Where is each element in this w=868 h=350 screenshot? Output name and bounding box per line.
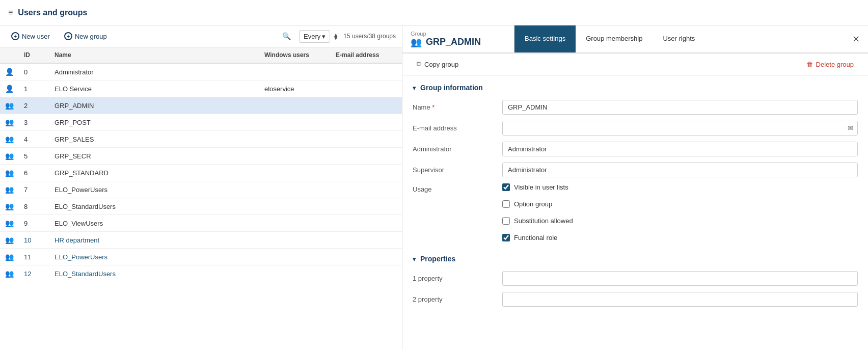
row-name: GRP_POST: [49, 114, 259, 131]
action-bar: ⧉ Copy group 🗑 Delete group: [402, 53, 868, 75]
row-email: [331, 80, 402, 97]
row-email: [331, 131, 402, 148]
close-button[interactable]: ✕: [844, 25, 868, 52]
row-windows-users: [259, 198, 331, 215]
table-row[interactable]: 👥 4 GRP_SALES: [0, 131, 402, 148]
row-type-icon: 👥: [0, 265, 19, 282]
group-label-area: Group 👥 GRP_ADMIN: [402, 25, 514, 52]
row-email: [331, 215, 402, 232]
filter-icon[interactable]: ⧫: [334, 33, 337, 40]
users-groups-table: ID Name Windows users E-mail address 👤 0…: [0, 47, 402, 282]
row-name: GRP_SALES: [49, 131, 259, 148]
plus-icon: +: [64, 32, 72, 40]
col-windows-users: Windows users: [259, 47, 331, 63]
table-row[interactable]: 👤 0 Administrator: [0, 63, 402, 80]
properties-section-header[interactable]: ▾ Properties: [413, 255, 858, 263]
right-panel: Group 👥 GRP_ADMIN Basic settings Group m…: [402, 25, 868, 350]
row-id: 7: [19, 181, 49, 198]
row-email: [331, 114, 402, 131]
table-row[interactable]: 👥 3 GRP_POST: [0, 114, 402, 131]
substitution-allowed-row: Substitution allowed: [502, 217, 858, 225]
row-id: 1: [19, 80, 49, 97]
table-row[interactable]: 👥 9 ELO_ViewUsers: [0, 215, 402, 232]
properties-section: ▾ Properties 1 property 2 property: [413, 255, 858, 307]
search-button[interactable]: 🔍: [278, 30, 295, 43]
row-type-icon: 👥: [0, 97, 19, 114]
chevron-down-icon: ▾: [322, 33, 326, 40]
hamburger-icon[interactable]: ≡: [8, 8, 13, 17]
row-id: 4: [19, 131, 49, 148]
row-type-icon: 👥: [0, 198, 19, 215]
table-row[interactable]: 👥 11 ELO_PowerUsers: [0, 249, 402, 265]
functional-role-checkbox[interactable]: [502, 234, 510, 241]
option-group-label: Option group: [514, 200, 552, 208]
property2-input[interactable]: [502, 292, 858, 307]
tab-user-rights[interactable]: User rights: [653, 25, 705, 52]
row-name: ELO_StandardUsers: [49, 198, 259, 215]
administrator-input[interactable]: [502, 142, 858, 156]
administrator-row: Administrator: [413, 142, 858, 156]
new-user-button[interactable]: + New user: [6, 30, 55, 43]
table-row[interactable]: 👥 12 ELO_StandardUsers: [0, 265, 402, 282]
row-id: 9: [19, 215, 49, 232]
supervisor-label: Supervisor: [413, 166, 494, 174]
new-group-button[interactable]: + New group: [59, 30, 112, 43]
table-row[interactable]: 👤 1 ELO Service eloservice: [0, 80, 402, 97]
row-type-icon: 👥: [0, 215, 19, 232]
delete-icon: 🗑: [806, 61, 813, 68]
table-row[interactable]: 👥 10 HR department: [0, 232, 402, 249]
group-information-section-header[interactable]: ▾ Group information: [413, 84, 858, 92]
row-type-icon: 👤: [0, 63, 19, 80]
left-panel: + New user + New group 🔍 Every ▾ ⧫ 15 us…: [0, 25, 402, 350]
row-name: ELO_StandardUsers: [49, 265, 259, 282]
option-group-checkbox[interactable]: [502, 200, 510, 208]
count-badge: 15 users/38 groups: [343, 33, 396, 40]
row-windows-users: [259, 97, 331, 114]
group-name-header: 👥 GRP_ADMIN: [411, 37, 506, 48]
table-row[interactable]: 👥 5 GRP_SECR: [0, 148, 402, 165]
usage-row: Usage Visible in user lists Option group…: [413, 183, 858, 247]
filter-dropdown[interactable]: Every ▾: [299, 30, 330, 43]
col-email: E-mail address: [331, 47, 402, 63]
row-windows-users: [259, 215, 331, 232]
row-id: 6: [19, 165, 49, 181]
chevron-down-icon: ▾: [413, 84, 416, 92]
row-name: ELO Service: [49, 80, 259, 97]
table-row[interactable]: 👥 2 GRP_ADMIN: [0, 97, 402, 114]
table-row[interactable]: 👥 7 ELO_PowerUsers: [0, 181, 402, 198]
row-windows-users: [259, 63, 331, 80]
supervisor-input[interactable]: [502, 163, 858, 177]
property2-label: 2 property: [413, 295, 494, 303]
name-label: Name *: [413, 103, 494, 111]
tab-group-membership[interactable]: Group membership: [576, 25, 653, 52]
property1-label: 1 property: [413, 275, 494, 282]
row-id: 10: [19, 232, 49, 249]
row-type-icon: 👥: [0, 131, 19, 148]
col-icon: [0, 47, 19, 63]
property1-input[interactable]: [502, 271, 858, 286]
email-input[interactable]: [503, 121, 844, 135]
row-email: [331, 232, 402, 249]
row-email: [331, 97, 402, 114]
delete-group-button[interactable]: 🗑 Delete group: [800, 58, 860, 71]
group-information-title: Group information: [420, 84, 483, 92]
administrator-label: Administrator: [413, 145, 494, 153]
substitution-allowed-checkbox[interactable]: [502, 217, 510, 225]
required-indicator: *: [432, 103, 435, 111]
copy-group-button[interactable]: ⧉ Copy group: [411, 58, 465, 71]
row-type-icon: 👥: [0, 165, 19, 181]
name-input[interactable]: [502, 100, 858, 115]
email-label: E-mail address: [413, 124, 494, 132]
row-name: ELO_PowerUsers: [49, 249, 259, 265]
property1-row: 1 property: [413, 271, 858, 286]
row-id: 3: [19, 114, 49, 131]
email-icon: ✉: [844, 124, 857, 132]
visible-in-user-lists-checkbox[interactable]: [502, 183, 510, 191]
table-row[interactable]: 👥 8 ELO_StandardUsers: [0, 198, 402, 215]
table-row[interactable]: 👥 6 GRP_STANDARD: [0, 165, 402, 181]
property2-row: 2 property: [413, 292, 858, 307]
row-email: [331, 181, 402, 198]
tab-basic-settings[interactable]: Basic settings: [514, 25, 576, 52]
email-input-wrapper: ✉: [502, 121, 858, 136]
chevron-down-icon: ▾: [413, 255, 416, 263]
